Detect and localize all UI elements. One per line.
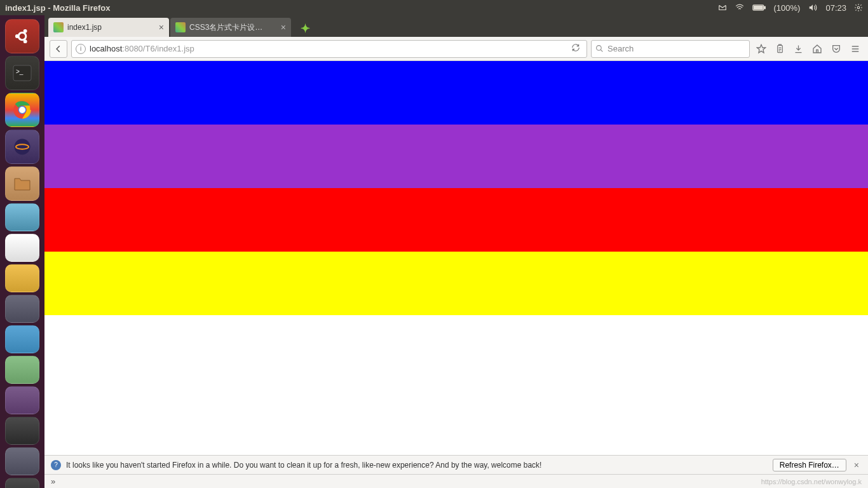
launcher-app-9[interactable] <box>5 295 39 323</box>
pocket-icon[interactable] <box>829 44 844 54</box>
favicon-icon <box>53 22 64 32</box>
bottom-bar: » https://blog.csdn.net/wonwylog.k <box>44 474 868 488</box>
svg-rect-2 <box>754 6 763 9</box>
launcher-app-13[interactable] <box>5 417 39 445</box>
launcher-terminal[interactable]: >_ <box>5 56 39 90</box>
tab-active[interactable]: index1.jsp × <box>48 18 169 37</box>
notification-bar: ? It looks like you haven't started Fire… <box>44 455 868 474</box>
tab-close-icon[interactable]: × <box>159 22 164 32</box>
launcher-app-6[interactable] <box>5 203 39 231</box>
unity-launcher: >_ <box>0 15 44 488</box>
launcher-app-11[interactable] <box>5 356 39 384</box>
firefox-window: index1.jsp × CSS3名片式卡片设… × ✦ i localhost… <box>44 15 868 488</box>
clipboard-icon[interactable] <box>773 44 787 54</box>
tab-inactive[interactable]: CSS3名片式卡片设… × <box>170 18 291 37</box>
search-bar[interactable]: Search <box>591 40 750 58</box>
overflow-chevron-icon[interactable]: » <box>51 477 55 486</box>
launcher-dash[interactable] <box>5 19 39 53</box>
window-title: index1.jsp - Mozilla Firefox <box>5 3 110 13</box>
launcher-eclipse[interactable] <box>5 130 39 164</box>
settings-gear-icon[interactable] <box>854 3 863 12</box>
clock: 07:23 <box>825 3 846 13</box>
new-tab-button[interactable]: ✦ <box>296 20 314 37</box>
site-info-icon[interactable]: i <box>76 44 86 54</box>
system-menubar: index1.jsp - Mozilla Firefox (100%) 07:2… <box>0 0 868 15</box>
launcher-app-14[interactable] <box>5 447 39 475</box>
svg-rect-1 <box>764 6 765 8</box>
svg-point-13 <box>15 139 31 155</box>
url-path: :8080/T6/index1.jsp <box>122 44 194 53</box>
launcher-app-12[interactable] <box>5 386 39 414</box>
system-tray: (100%) 07:23 <box>718 3 863 13</box>
launcher-chrome[interactable] <box>5 93 39 127</box>
notification-close-icon[interactable]: × <box>851 460 862 470</box>
stripe-red <box>44 188 868 252</box>
browser-toolbar: i localhost:8080/T6/index1.jsp Search <box>44 37 868 61</box>
stripe-purple <box>44 125 868 188</box>
tab-label: CSS3名片式卡片设… <box>189 22 262 33</box>
wifi-icon[interactable] <box>735 3 745 12</box>
svg-point-3 <box>857 6 860 9</box>
page-content <box>44 61 868 455</box>
search-icon <box>595 44 604 53</box>
watermark-text: https://blog.csdn.net/wonwylog.k <box>761 478 862 485</box>
info-icon: ? <box>51 460 61 470</box>
launcher-app-10[interactable] <box>5 325 39 353</box>
svg-point-7 <box>18 32 26 40</box>
messaging-icon[interactable] <box>718 3 727 12</box>
home-icon[interactable] <box>810 44 825 54</box>
notification-text: It looks like you haven't started Firefo… <box>66 461 541 470</box>
stripe-yellow <box>44 252 868 315</box>
svg-point-12 <box>19 107 25 113</box>
battery-percent: (100%) <box>774 3 801 13</box>
volume-icon[interactable] <box>808 3 818 12</box>
tab-label: index1.jsp <box>67 23 102 32</box>
hamburger-menu-icon[interactable] <box>848 44 863 53</box>
launcher-files[interactable] <box>5 166 39 201</box>
launcher-app-7[interactable] <box>5 234 39 262</box>
svg-point-15 <box>597 46 602 51</box>
launcher-app-15[interactable] <box>5 478 39 488</box>
tab-strip: index1.jsp × CSS3名片式卡片设… × ✦ <box>44 15 868 37</box>
launcher-app-8[interactable] <box>5 264 39 292</box>
url-host: localhost <box>90 44 122 53</box>
battery-icon[interactable] <box>752 4 766 11</box>
downloads-icon[interactable] <box>791 44 806 54</box>
favicon-icon <box>175 22 186 32</box>
search-placeholder: Search <box>607 44 634 53</box>
stripe-blue <box>44 61 868 125</box>
svg-text:>_: >_ <box>16 68 24 75</box>
reload-icon[interactable] <box>569 43 583 54</box>
tab-close-icon[interactable]: × <box>281 22 286 32</box>
refresh-firefox-button[interactable]: Refresh Firefox… <box>773 459 846 471</box>
bookmark-star-icon[interactable] <box>754 44 769 54</box>
url-bar[interactable]: i localhost:8080/T6/index1.jsp <box>71 40 587 58</box>
back-button[interactable] <box>50 40 67 58</box>
